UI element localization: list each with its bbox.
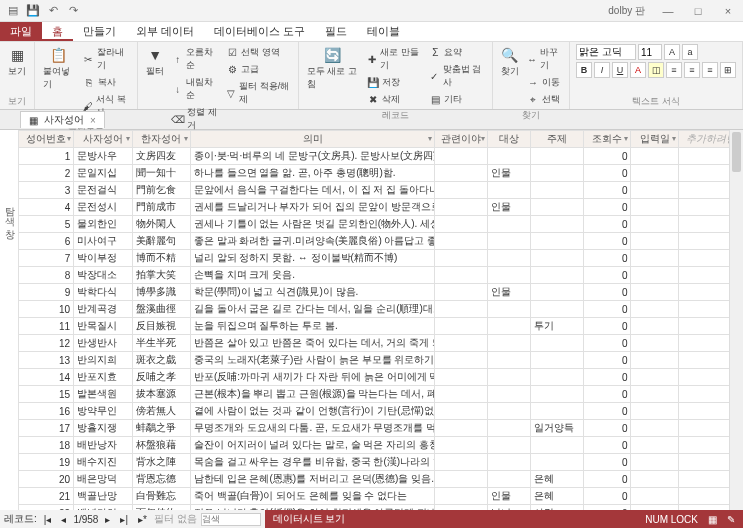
cell-meaning[interactable]: 중국의 노래자(老萊子)란 사람이 늙은 부모를 위로하기 위 xyxy=(190,352,434,369)
cell-date[interactable] xyxy=(631,216,679,233)
design-view-icon[interactable]: ✎ xyxy=(727,514,735,525)
col-number[interactable]: 성어번호▾ xyxy=(19,131,74,148)
cell-date[interactable] xyxy=(631,318,679,335)
cell-hanja[interactable]: 聞一知十 xyxy=(132,165,190,182)
cell-target[interactable] xyxy=(488,267,530,284)
cell-topic[interactable] xyxy=(530,335,583,352)
table-row[interactable]: 7박이부정博而不精널리 알되 정하지 못함. ↔ 정이불박(精而不博)0 xyxy=(19,250,743,267)
new-button[interactable]: ✚새로 만들기 xyxy=(365,44,424,74)
table-row[interactable]: 6미사여구美辭麗句좋은 말과 화려한 글귀.미려양속(美麗良俗) 아름답고 좋은… xyxy=(19,233,743,250)
cell-views[interactable]: 0 xyxy=(583,386,631,403)
cell-number[interactable]: 6 xyxy=(19,233,74,250)
cell-topic[interactable] xyxy=(530,216,583,233)
fill-color-button[interactable]: ◫ xyxy=(648,62,664,78)
cell-number[interactable]: 5 xyxy=(19,216,74,233)
new-record-button[interactable]: ▸* xyxy=(135,514,150,525)
table-row[interactable]: 15발본색원拔本塞源근본(根本)을 뿌리 뽑고 근원(根源)을 막는다는 데서,… xyxy=(19,386,743,403)
document-tab[interactable]: ▦ 사자성어 × xyxy=(20,111,105,128)
cell-meaning[interactable]: 곁에 사람이 없는 것과 같이 언행(言行)이 기탄(忌憚)없음. xyxy=(190,403,434,420)
cell-views[interactable]: 0 xyxy=(583,318,631,335)
cell-story[interactable] xyxy=(435,471,488,488)
col-meaning[interactable]: 의미▾ xyxy=(190,131,434,148)
cell-word[interactable]: 반포지효 xyxy=(74,369,132,386)
spell-button[interactable]: ✓맞춤법 검사 xyxy=(427,61,486,91)
underline-button[interactable]: U xyxy=(612,62,628,78)
cell-target[interactable] xyxy=(488,250,530,267)
saverec-button[interactable]: 💾저장 xyxy=(365,74,424,91)
cell-topic[interactable]: 은혜 xyxy=(530,488,583,505)
table-row[interactable]: 20배은망덕背恩忘德남한테 입은 은혜(恩惠)를 저버리고 은덕(恩德)을 잊음… xyxy=(19,471,743,488)
advanced-button[interactable]: ⚙고급 xyxy=(224,61,291,78)
cell-number[interactable]: 18 xyxy=(19,437,74,454)
togglefilter-button[interactable]: ▽필터 적용/해제 xyxy=(224,78,291,108)
copy-button[interactable]: ⎘복사 xyxy=(81,74,132,91)
cell-word[interactable]: 배수지진 xyxy=(74,454,132,471)
cell-target[interactable] xyxy=(488,352,530,369)
font-color-button[interactable]: A xyxy=(630,62,646,78)
cell-target[interactable] xyxy=(488,318,530,335)
cell-word[interactable]: 반의지희 xyxy=(74,352,132,369)
bold-button[interactable]: B xyxy=(576,62,592,78)
cell-number[interactable]: 10 xyxy=(19,301,74,318)
cell-story[interactable] xyxy=(435,352,488,369)
cell-story[interactable] xyxy=(435,165,488,182)
cell-story[interactable] xyxy=(435,148,488,165)
cell-number[interactable]: 8 xyxy=(19,267,74,284)
cell-number[interactable]: 16 xyxy=(19,403,74,420)
cell-date[interactable] xyxy=(631,454,679,471)
gridlines-button[interactable]: ⊞ xyxy=(720,62,736,78)
cell-word[interactable]: 물외한인 xyxy=(74,216,132,233)
tab-fields[interactable]: 필드 xyxy=(315,22,357,41)
col-story[interactable]: 관련이야▾ xyxy=(435,131,488,148)
cell-target[interactable] xyxy=(488,437,530,454)
table-row[interactable]: 13반의지희斑衣之戱중국의 노래자(老萊子)란 사람이 늙은 부모를 위로하기 … xyxy=(19,352,743,369)
cell-hanja[interactable]: 博學多識 xyxy=(132,284,190,301)
save-icon[interactable]: 💾 xyxy=(26,4,40,18)
cell-hanja[interactable]: 門前乞食 xyxy=(132,182,190,199)
vertical-scrollbar[interactable] xyxy=(729,130,743,510)
cell-word[interactable]: 미사여구 xyxy=(74,233,132,250)
paste-button[interactable]: 📋붙여넣기 xyxy=(41,44,77,93)
cell-word[interactable]: 반생반사 xyxy=(74,335,132,352)
cell-target[interactable] xyxy=(488,369,530,386)
table-row[interactable]: 4문전성시門前成市권세를 드날리거나 부자가 되어 집의 문앞이 방문객으로 저… xyxy=(19,199,743,216)
cell-views[interactable]: 0 xyxy=(583,284,631,301)
cell-word[interactable]: 문전성시 xyxy=(74,199,132,216)
datasheet-view-icon[interactable]: ▦ xyxy=(708,514,717,525)
cell-story[interactable] xyxy=(435,386,488,403)
cell-meaning[interactable]: 손뼉을 치며 크게 웃음. xyxy=(190,267,434,284)
cell-views[interactable]: 0 xyxy=(583,199,631,216)
align-right-button[interactable]: ≡ xyxy=(702,62,718,78)
cell-topic[interactable] xyxy=(530,250,583,267)
cell-target[interactable]: 인물 xyxy=(488,199,530,216)
cell-target[interactable] xyxy=(488,182,530,199)
cell-hanja[interactable]: 反目嫉視 xyxy=(132,318,190,335)
cell-number[interactable]: 15 xyxy=(19,386,74,403)
select-button[interactable]: ⌖선택 xyxy=(525,91,563,108)
cell-story[interactable] xyxy=(435,182,488,199)
cell-meaning[interactable]: 목숨을 걸고 싸우는 경우를 비유함, 중국 한(漢)나라의 한신 xyxy=(190,454,434,471)
tab-file[interactable]: 파일 xyxy=(0,22,42,41)
cell-hanja[interactable]: 半生半死 xyxy=(132,335,190,352)
cut-button[interactable]: ✂잘라내기 xyxy=(81,44,132,74)
filter-button[interactable]: ▼필터 xyxy=(144,44,166,80)
cell-story[interactable] xyxy=(435,403,488,420)
cell-views[interactable]: 0 xyxy=(583,216,631,233)
view-button[interactable]: ▦보기 xyxy=(6,44,28,80)
grow-font-button[interactable]: A xyxy=(664,44,680,60)
cell-hanja[interactable]: 斑衣之戱 xyxy=(132,352,190,369)
cell-views[interactable]: 0 xyxy=(583,267,631,284)
cell-topic[interactable] xyxy=(530,352,583,369)
cell-date[interactable] xyxy=(631,386,679,403)
cell-word[interactable]: 문전걸식 xyxy=(74,182,132,199)
cell-number[interactable]: 11 xyxy=(19,318,74,335)
tab-home[interactable]: 홈 xyxy=(42,22,73,41)
cell-story[interactable] xyxy=(435,199,488,216)
cell-word[interactable]: 박이부정 xyxy=(74,250,132,267)
cell-date[interactable] xyxy=(631,165,679,182)
cell-target[interactable] xyxy=(488,403,530,420)
table-row[interactable]: 3문전걸식門前乞食문앞에서 음식을 구걸한다는 데서, 이 집 저 집 돌아다니… xyxy=(19,182,743,199)
cell-story[interactable] xyxy=(435,437,488,454)
cell-target[interactable]: 인물 xyxy=(488,488,530,505)
cell-topic[interactable] xyxy=(530,403,583,420)
